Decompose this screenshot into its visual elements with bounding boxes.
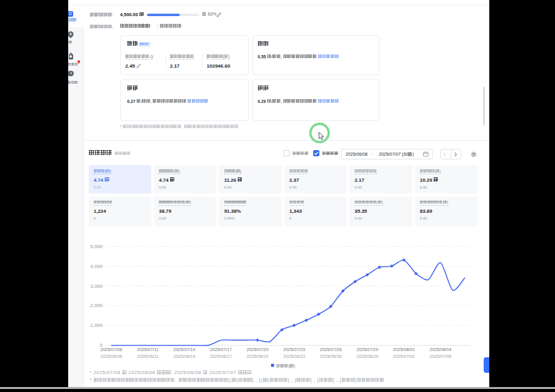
svg-text:2025/07/20: 2025/07/20 <box>247 347 269 352</box>
svg-text:2025/06/23: 2025/06/23 <box>283 354 305 359</box>
svg-text:2025/07/02: 2025/07/02 <box>393 354 415 359</box>
svg-text:2025/07/26: 2025/07/26 <box>320 347 342 352</box>
svg-text:2025/06/26: 2025/06/26 <box>320 354 342 359</box>
svg-text:2025/07/05: 2025/07/05 <box>430 354 451 359</box>
svg-text:1,000: 1,000 <box>90 323 103 328</box>
svg-text:2025/08/04: 2025/08/04 <box>430 347 451 352</box>
svg-text:2025/07/11: 2025/07/11 <box>137 347 159 352</box>
svg-text:3,000: 3,000 <box>90 283 103 289</box>
svg-text:2025/07/23: 2025/07/23 <box>283 347 305 352</box>
svg-text:2025/07/14: 2025/07/14 <box>174 347 195 352</box>
svg-text:2025/06/20: 2025/06/20 <box>247 354 269 359</box>
svg-text:2,000: 2,000 <box>90 303 103 308</box>
svg-text:2025/06/29: 2025/06/29 <box>357 354 378 359</box>
svg-text:2025/06/17: 2025/06/17 <box>210 354 232 359</box>
svg-text:4,000: 4,000 <box>90 264 103 269</box>
svg-text:2025/06/11: 2025/06/11 <box>137 354 159 359</box>
svg-text:2025/08/01: 2025/08/01 <box>393 347 415 352</box>
svg-text:2025/07/17: 2025/07/17 <box>210 347 232 352</box>
svg-text:2025/07/08: 2025/07/08 <box>100 347 122 352</box>
svg-text:5,000: 5,000 <box>90 244 103 249</box>
svg-text:2025/07/29: 2025/07/29 <box>357 347 378 352</box>
svg-text:2025/06/08: 2025/06/08 <box>100 354 122 359</box>
svg-text:2025/06/14: 2025/06/14 <box>174 354 195 359</box>
